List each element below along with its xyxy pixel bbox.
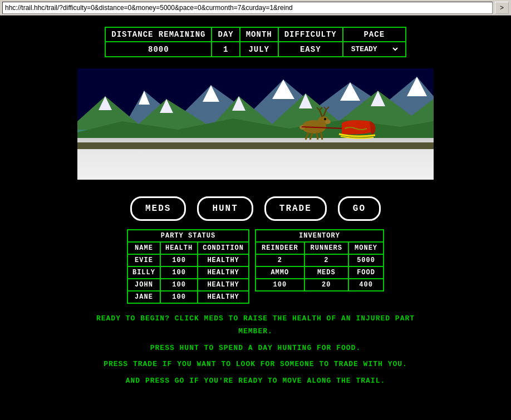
member-health: 100 bbox=[160, 279, 198, 291]
inv-food: 400 bbox=[348, 279, 384, 291]
instruction-line2: PRESS HUNT TO SPEND A DAY HUNTING FOR FO… bbox=[77, 342, 434, 354]
member-condition: HEALTHY bbox=[198, 291, 249, 303]
inv-meds: 20 bbox=[304, 279, 348, 291]
member-condition: HEALTHY bbox=[198, 254, 249, 266]
pace-value[interactable]: STEADY STRENUOUS GRUELING REST bbox=[343, 42, 406, 57]
svg-line-26 bbox=[317, 132, 318, 140]
inv-col-food: FOOD bbox=[348, 266, 384, 279]
landscape bbox=[77, 68, 434, 180]
member-name: EVIE bbox=[127, 254, 160, 266]
party-col-health: HEALTH bbox=[160, 242, 198, 254]
hunt-button[interactable]: HUNT bbox=[197, 196, 253, 221]
difficulty-value: EASY bbox=[278, 42, 343, 57]
month-value: JULY bbox=[240, 42, 278, 57]
member-name: JOHN bbox=[127, 279, 160, 291]
party-col-name: NAME bbox=[127, 242, 160, 254]
month-label: MONTH bbox=[240, 27, 278, 42]
inv-runners: 2 bbox=[304, 254, 348, 266]
inv-ammo: 100 bbox=[256, 279, 304, 291]
svg-line-25 bbox=[310, 133, 312, 140]
dirt-strip bbox=[77, 142, 434, 149]
go-button[interactable]: GO bbox=[338, 196, 381, 221]
instruction-line4: AND PRESS GO IF YOU'RE READY TO MOVE ALO… bbox=[77, 374, 434, 387]
day-value: 1 bbox=[212, 42, 239, 57]
address-bar: > bbox=[0, 0, 511, 16]
instruction-line3: PRESS TRADE IF YOU WANT TO LOOK FOR SOME… bbox=[77, 358, 434, 370]
member-name: JANE bbox=[127, 291, 160, 303]
distance-value: 8000 bbox=[105, 42, 212, 57]
browser-go-button[interactable]: > bbox=[495, 2, 509, 14]
inv-reindeer: 2 bbox=[256, 254, 304, 266]
table-row: JOHN 100 HEALTHY bbox=[127, 279, 249, 291]
mountains-svg bbox=[77, 68, 434, 146]
inventory-table: INVENTORY REINDEER RUNNERS MONEY 2 2 500… bbox=[255, 229, 384, 291]
svg-line-19 bbox=[317, 107, 320, 110]
table-row: 100 20 400 bbox=[256, 279, 384, 291]
party-status-table: PARTY STATUS NAME HEALTH CONDITION EVIE … bbox=[127, 229, 249, 304]
member-condition: HEALTHY bbox=[198, 279, 249, 291]
pace-select[interactable]: STEADY STRENUOUS GRUELING REST bbox=[349, 45, 400, 54]
status-section: PARTY STATUS NAME HEALTH CONDITION EVIE … bbox=[127, 229, 384, 304]
svg-line-21 bbox=[323, 110, 326, 116]
instructions: READY TO BEGIN? CLICK MEDS TO RAISE THE … bbox=[77, 312, 434, 391]
member-health: 100 bbox=[160, 254, 198, 266]
svg-line-23 bbox=[326, 107, 329, 110]
trade-button[interactable]: TRADE bbox=[264, 196, 327, 221]
inv-col-runners: RUNNERS bbox=[304, 242, 348, 254]
inv-col-money: MONEY bbox=[348, 242, 384, 254]
member-condition: HEALTHY bbox=[198, 266, 249, 279]
svg-line-27 bbox=[321, 132, 322, 140]
table-row: JANE 100 HEALTHY bbox=[127, 291, 249, 303]
inv-col-reindeer: REINDEER bbox=[256, 242, 304, 254]
table-row: BILLY 100 HEALTHY bbox=[127, 266, 249, 279]
member-health: 100 bbox=[160, 266, 198, 279]
inventory-title: INVENTORY bbox=[256, 230, 384, 242]
svg-line-20 bbox=[320, 107, 322, 110]
member-name: BILLY bbox=[127, 266, 160, 279]
game-container: DISTANCE REMAINING DAY MONTH DIFFICULTY … bbox=[0, 16, 511, 396]
meds-button[interactable]: MEDS bbox=[130, 196, 186, 221]
table-row: 2 2 5000 bbox=[256, 254, 384, 266]
party-col-condition: CONDITION bbox=[198, 242, 249, 254]
party-status-title: PARTY STATUS bbox=[127, 230, 249, 242]
svg-point-17 bbox=[324, 118, 326, 120]
inv-col-meds: MEDS bbox=[304, 266, 348, 279]
table-row: EVIE 100 HEALTHY bbox=[127, 254, 249, 266]
difficulty-label: DIFFICULTY bbox=[278, 27, 343, 42]
action-buttons: MEDS HUNT TRADE GO bbox=[130, 196, 381, 221]
svg-point-16 bbox=[325, 120, 331, 124]
inv-col-ammo: AMMO bbox=[256, 266, 304, 279]
stats-table: DISTANCE REMAINING DAY MONTH DIFFICULTY … bbox=[105, 27, 406, 57]
member-health: 100 bbox=[160, 291, 198, 303]
distance-label: DISTANCE REMAINING bbox=[105, 27, 212, 42]
inv-money: 5000 bbox=[348, 254, 384, 266]
pace-label: PACE bbox=[343, 27, 406, 42]
reindeer-sleigh-svg bbox=[289, 102, 378, 146]
day-label: DAY bbox=[212, 27, 239, 42]
instruction-line1: READY TO BEGIN? CLICK MEDS TO RAISE THE … bbox=[77, 312, 434, 338]
url-input[interactable] bbox=[2, 2, 493, 14]
svg-line-24 bbox=[306, 132, 308, 140]
svg-line-18 bbox=[320, 110, 322, 117]
